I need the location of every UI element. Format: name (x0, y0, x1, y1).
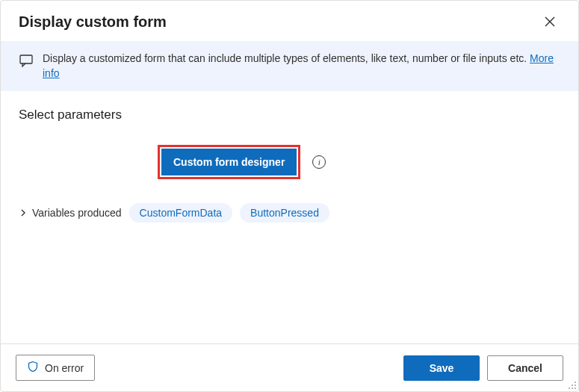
on-error-label: On error (45, 362, 84, 374)
footer-actions: Save Cancel (403, 355, 563, 381)
dialog-footer: On error Save Cancel (1, 343, 578, 391)
variables-produced-toggle[interactable]: Variables produced (19, 207, 122, 219)
on-error-button[interactable]: On error (16, 355, 95, 381)
save-button[interactable]: Save (403, 355, 480, 381)
svg-point-4 (572, 385, 573, 386)
svg-point-3 (575, 382, 576, 383)
banner-text: Display a customized form that can inclu… (43, 52, 560, 81)
designer-button-highlight: Custom form designer (158, 145, 300, 179)
svg-point-8 (575, 388, 576, 389)
svg-point-5 (575, 385, 576, 386)
chevron-right-icon (19, 208, 28, 217)
close-button[interactable] (539, 11, 560, 32)
close-icon (545, 16, 555, 27)
variables-produced-label: Variables produced (32, 207, 122, 219)
resize-grip-icon[interactable] (567, 380, 578, 391)
info-banner: Display a customized form that can inclu… (1, 41, 578, 91)
info-icon[interactable]: i (312, 155, 326, 169)
svg-point-7 (572, 388, 573, 389)
variable-pill[interactable]: CustomFormData (129, 203, 232, 223)
banner-description: Display a customized form that can inclu… (43, 52, 530, 64)
cancel-button[interactable]: Cancel (487, 355, 563, 381)
variables-produced-row: Variables produced CustomFormData Button… (19, 203, 560, 223)
shield-icon (27, 361, 39, 375)
dialog-title: Display custom form (19, 13, 167, 31)
variable-pill[interactable]: ButtonPressed (240, 203, 329, 223)
dialog-header: Display custom form (1, 1, 578, 41)
svg-rect-2 (20, 55, 32, 63)
custom-form-designer-button[interactable]: Custom form designer (161, 149, 297, 175)
comment-icon (19, 53, 34, 70)
display-custom-form-dialog: Display custom form Display a customized… (0, 0, 579, 392)
svg-point-6 (569, 388, 570, 389)
designer-row: Custom form designer i (158, 145, 560, 179)
dialog-content: Select parameters Custom form designer i… (1, 91, 578, 343)
section-title: Select parameters (19, 108, 560, 122)
